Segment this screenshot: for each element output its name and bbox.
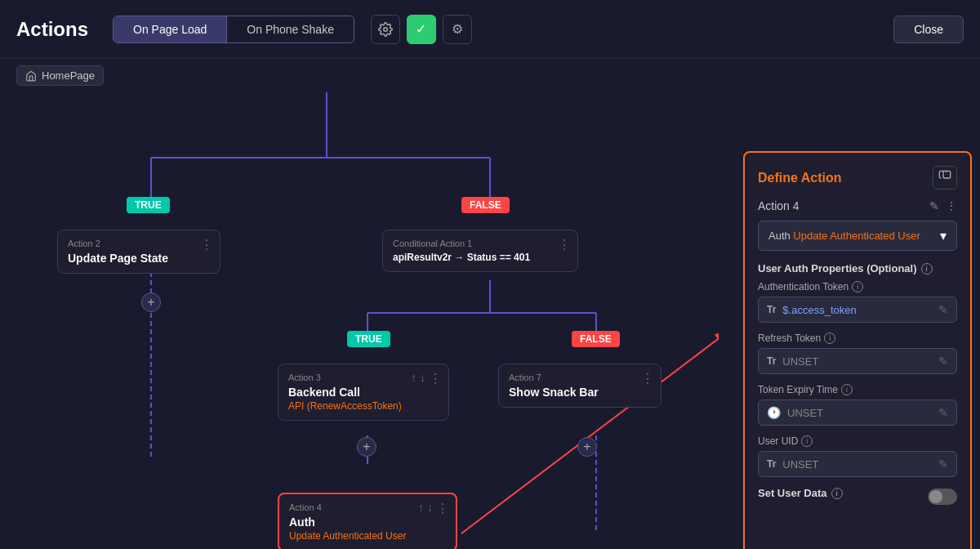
token-expiry-edit-icon[interactable]: ✎	[938, 406, 948, 419]
check-icon-btn[interactable]: ✓	[407, 15, 436, 44]
action4-node: Action 4 Auth Update Authenticated User …	[278, 493, 457, 549]
edit-action-name-icon[interactable]: ✎	[929, 199, 939, 212]
action4-subtitle: Update Authenticated User	[289, 530, 446, 542]
settings-icon-btn[interactable]	[371, 15, 400, 44]
refresh-token-edit-icon[interactable]: ✎	[938, 355, 948, 368]
action2-node: Action 2 Update Page State ⋮	[57, 230, 220, 274]
auth-token-edit-icon[interactable]: ✎	[938, 303, 948, 316]
tab-on-page-load[interactable]: On Page Load	[114, 16, 227, 42]
false-badge-1: FALSE	[461, 197, 510, 213]
action7-label: Action 7	[509, 373, 651, 382]
conditional1-node: Conditional Action 1 apiResultv2r → Stat…	[382, 230, 578, 272]
action-selector-text: Auth Update Authenticated User	[768, 230, 920, 242]
arrow-up-icon[interactable]: ↑	[411, 371, 416, 384]
plus-action2[interactable]: +	[141, 292, 161, 312]
token-expiry-field: 🕐 UNSET ✎	[758, 399, 957, 426]
user-uid-edit-icon[interactable]: ✎	[938, 458, 948, 471]
arrow-down-icon[interactable]: ↓	[420, 371, 425, 384]
action7-node: Action 7 Show Snack Bar ⋮	[498, 364, 662, 408]
action7-menu[interactable]: ⋮	[641, 371, 654, 386]
panel-title: Define Action	[758, 171, 842, 185]
connector-lines	[0, 92, 719, 549]
set-user-data-toggle[interactable]	[928, 489, 957, 505]
close-button[interactable]: Close	[893, 16, 964, 43]
refresh-token-value: UNSET	[782, 355, 938, 368]
gear-icon-btn[interactable]: ⚙	[443, 15, 472, 44]
define-action-panel: Define Action Action 4 ✎ ⋮ Auth Update A…	[743, 151, 972, 549]
set-user-data-row: Set User Data i	[758, 487, 957, 506]
chevron-down-icon: ▾	[940, 228, 947, 243]
conditional1-menu[interactable]: ⋮	[558, 237, 571, 252]
auth-token-value: $.access_token	[782, 304, 938, 316]
arrow-up-icon-4[interactable]: ↑	[418, 501, 424, 514]
auth-token-info-icon[interactable]: i	[852, 281, 863, 292]
set-user-data-info-icon[interactable]: i	[831, 488, 843, 499]
refresh-token-type-icon: Tr	[767, 355, 776, 367]
panel-header: Define Action	[758, 166, 957, 190]
action3-node: Action 3 Backend Call API (RenewAccessTo…	[278, 364, 449, 421]
set-user-data-title: Set User Data i	[758, 487, 843, 499]
auth-token-type-icon: Tr	[767, 304, 776, 315]
refresh-token-field: Tr UNSET ✎	[758, 348, 957, 374]
action2-title: Update Page State	[68, 252, 210, 265]
svg-line-16	[461, 329, 719, 533]
header-icons: ✓ ⚙	[371, 15, 472, 44]
svg-point-0	[384, 27, 388, 31]
page-title: Actions	[16, 18, 88, 41]
action3-arrows: ↑ ↓	[411, 371, 425, 384]
action4-arrows: ↑ ↓	[418, 501, 433, 514]
user-uid-label: User UID i	[758, 435, 957, 447]
tab-on-phone-shake[interactable]: On Phone Shake	[227, 16, 354, 42]
user-uid-value: UNSET	[782, 458, 938, 471]
true-badge-1: TRUE	[127, 197, 170, 213]
false-badge-2: FALSE	[572, 331, 620, 347]
user-uid-field: Tr UNSET ✎	[758, 451, 957, 477]
true-badge-2: TRUE	[347, 331, 390, 347]
action-name-icons: ✎ ⋮	[929, 199, 957, 212]
action-selector[interactable]: Auth Update Authenticated User ▾	[758, 221, 957, 251]
user-uid-info-icon[interactable]: i	[801, 435, 813, 447]
canvas: TRUE FALSE Action 2 Update Page State ⋮ …	[0, 92, 719, 549]
user-uid-type-icon: Tr	[767, 458, 776, 470]
token-expiry-value: UNSET	[787, 407, 938, 419]
token-expiry-label: Token Expiry Time i	[758, 384, 957, 395]
action2-label: Action 2	[68, 239, 210, 248]
auth-token-label: Authentication Token i	[758, 281, 957, 292]
action7-title: Show Snack Bar	[509, 386, 651, 399]
action4-menu[interactable]: ⋮	[436, 501, 449, 516]
header: Actions On Page Load On Phone Shake ✓ ⚙ …	[0, 0, 980, 59]
action3-subtitle: API (RenewAccessToken)	[288, 400, 439, 412]
action3-menu[interactable]: ⋮	[429, 371, 442, 386]
refresh-token-label: Refresh Token i	[758, 333, 957, 344]
more-action-icon[interactable]: ⋮	[946, 199, 957, 212]
action-name-row: Action 4 ✎ ⋮	[758, 199, 957, 212]
action4-title: Auth	[289, 516, 446, 529]
action-name: Action 4	[758, 199, 800, 212]
clock-icon: 🕐	[767, 406, 781, 419]
conditional1-label: Conditional Action 1	[393, 239, 568, 248]
breadcrumb-bar: HomePage	[0, 59, 980, 92]
breadcrumb-label: HomePage	[42, 69, 95, 82]
home-icon	[25, 70, 37, 82]
breadcrumb-homepage[interactable]: HomePage	[16, 65, 104, 86]
arrow-down-icon-4[interactable]: ↓	[427, 501, 433, 514]
plus-action7[interactable]: +	[577, 437, 597, 457]
panel-clipboard-btn[interactable]	[933, 166, 957, 190]
action3-title: Backend Call	[288, 386, 439, 399]
user-auth-section-title: User Auth Properties (Optional) i	[758, 262, 957, 274]
token-expiry-info-icon[interactable]: i	[841, 384, 853, 395]
main-content: TRUE FALSE Action 2 Update Page State ⋮ …	[0, 92, 980, 525]
plus-action3[interactable]: +	[357, 437, 376, 457]
conditional1-title: apiResultv2r → Status == 401	[393, 252, 568, 263]
user-auth-info-icon[interactable]: i	[921, 263, 933, 274]
refresh-token-info-icon[interactable]: i	[824, 333, 835, 344]
action2-menu[interactable]: ⋮	[200, 237, 213, 252]
auth-token-field: Tr $.access_token ✎	[758, 297, 957, 323]
tab-group: On Page Load On Phone Shake	[113, 16, 354, 43]
